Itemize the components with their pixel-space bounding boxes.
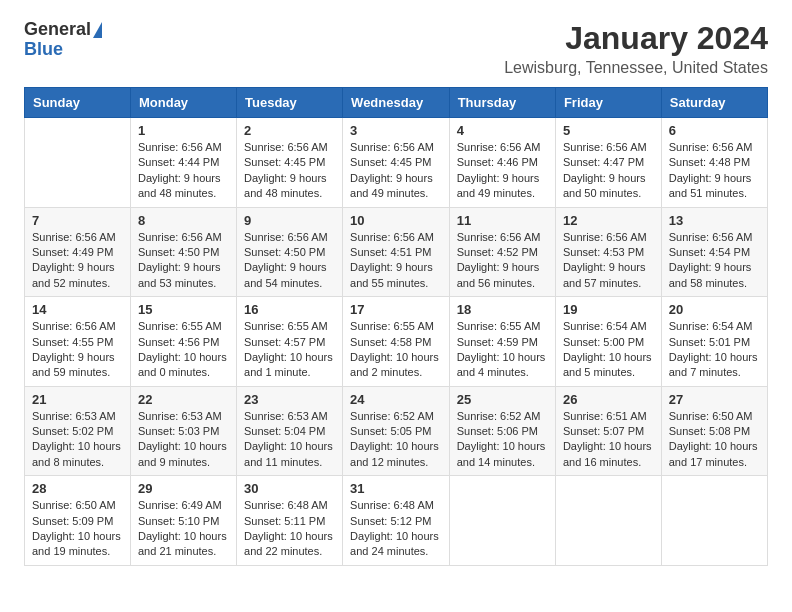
day-number: 3 [350, 123, 442, 138]
day-number: 17 [350, 302, 442, 317]
table-cell: 13Sunrise: 6:56 AMSunset: 4:54 PMDayligh… [661, 207, 767, 297]
day-number: 6 [669, 123, 760, 138]
col-sunday: Sunday [25, 88, 131, 118]
table-cell: 26Sunrise: 6:51 AMSunset: 5:07 PMDayligh… [555, 386, 661, 476]
table-cell: 1Sunrise: 6:56 AMSunset: 4:44 PMDaylight… [130, 118, 236, 208]
logo-general: General [24, 20, 102, 40]
table-cell: 10Sunrise: 6:56 AMSunset: 4:51 PMDayligh… [343, 207, 450, 297]
table-cell: 11Sunrise: 6:56 AMSunset: 4:52 PMDayligh… [449, 207, 555, 297]
day-info: Sunrise: 6:55 AMSunset: 4:58 PMDaylight:… [350, 319, 442, 381]
day-info: Sunrise: 6:52 AMSunset: 5:05 PMDaylight:… [350, 409, 442, 471]
day-info: Sunrise: 6:56 AMSunset: 4:55 PMDaylight:… [32, 319, 123, 381]
day-info: Sunrise: 6:56 AMSunset: 4:53 PMDaylight:… [563, 230, 654, 292]
table-cell: 17Sunrise: 6:55 AMSunset: 4:58 PMDayligh… [343, 297, 450, 387]
day-number: 13 [669, 213, 760, 228]
day-info: Sunrise: 6:53 AMSunset: 5:03 PMDaylight:… [138, 409, 229, 471]
day-info: Sunrise: 6:50 AMSunset: 5:08 PMDaylight:… [669, 409, 760, 471]
day-number: 7 [32, 213, 123, 228]
table-cell: 4Sunrise: 6:56 AMSunset: 4:46 PMDaylight… [449, 118, 555, 208]
day-number: 22 [138, 392, 229, 407]
header-row: Sunday Monday Tuesday Wednesday Thursday… [25, 88, 768, 118]
day-info: Sunrise: 6:56 AMSunset: 4:49 PMDaylight:… [32, 230, 123, 292]
week-row: 14Sunrise: 6:56 AMSunset: 4:55 PMDayligh… [25, 297, 768, 387]
day-info: Sunrise: 6:53 AMSunset: 5:02 PMDaylight:… [32, 409, 123, 471]
table-cell: 27Sunrise: 6:50 AMSunset: 5:08 PMDayligh… [661, 386, 767, 476]
table-cell: 12Sunrise: 6:56 AMSunset: 4:53 PMDayligh… [555, 207, 661, 297]
day-number: 8 [138, 213, 229, 228]
table-cell: 22Sunrise: 6:53 AMSunset: 5:03 PMDayligh… [130, 386, 236, 476]
table-cell: 3Sunrise: 6:56 AMSunset: 4:45 PMDaylight… [343, 118, 450, 208]
col-friday: Friday [555, 88, 661, 118]
day-info: Sunrise: 6:54 AMSunset: 5:01 PMDaylight:… [669, 319, 760, 381]
table-cell: 6Sunrise: 6:56 AMSunset: 4:48 PMDaylight… [661, 118, 767, 208]
table-cell: 23Sunrise: 6:53 AMSunset: 5:04 PMDayligh… [237, 386, 343, 476]
main-title: January 2024 [504, 20, 768, 57]
col-monday: Monday [130, 88, 236, 118]
day-info: Sunrise: 6:54 AMSunset: 5:00 PMDaylight:… [563, 319, 654, 381]
day-number: 29 [138, 481, 229, 496]
day-number: 10 [350, 213, 442, 228]
day-info: Sunrise: 6:52 AMSunset: 5:06 PMDaylight:… [457, 409, 548, 471]
table-cell: 19Sunrise: 6:54 AMSunset: 5:00 PMDayligh… [555, 297, 661, 387]
title-area: January 2024 Lewisburg, Tennessee, Unite… [504, 20, 768, 77]
table-cell: 30Sunrise: 6:48 AMSunset: 5:11 PMDayligh… [237, 476, 343, 566]
day-info: Sunrise: 6:55 AMSunset: 4:57 PMDaylight:… [244, 319, 335, 381]
table-cell [25, 118, 131, 208]
table-cell [555, 476, 661, 566]
table-cell [661, 476, 767, 566]
day-number: 27 [669, 392, 760, 407]
day-number: 12 [563, 213, 654, 228]
day-number: 15 [138, 302, 229, 317]
day-number: 1 [138, 123, 229, 138]
table-cell: 31Sunrise: 6:48 AMSunset: 5:12 PMDayligh… [343, 476, 450, 566]
table-cell: 21Sunrise: 6:53 AMSunset: 5:02 PMDayligh… [25, 386, 131, 476]
day-number: 24 [350, 392, 442, 407]
day-number: 11 [457, 213, 548, 228]
table-cell: 7Sunrise: 6:56 AMSunset: 4:49 PMDaylight… [25, 207, 131, 297]
day-number: 19 [563, 302, 654, 317]
col-saturday: Saturday [661, 88, 767, 118]
week-row: 1Sunrise: 6:56 AMSunset: 4:44 PMDaylight… [25, 118, 768, 208]
day-number: 20 [669, 302, 760, 317]
day-info: Sunrise: 6:49 AMSunset: 5:10 PMDaylight:… [138, 498, 229, 560]
day-number: 2 [244, 123, 335, 138]
day-info: Sunrise: 6:55 AMSunset: 4:56 PMDaylight:… [138, 319, 229, 381]
day-info: Sunrise: 6:56 AMSunset: 4:44 PMDaylight:… [138, 140, 229, 202]
logo-blue: Blue [24, 40, 63, 60]
table-cell: 20Sunrise: 6:54 AMSunset: 5:01 PMDayligh… [661, 297, 767, 387]
table-cell [449, 476, 555, 566]
table-cell: 25Sunrise: 6:52 AMSunset: 5:06 PMDayligh… [449, 386, 555, 476]
day-info: Sunrise: 6:56 AMSunset: 4:50 PMDaylight:… [244, 230, 335, 292]
day-number: 21 [32, 392, 123, 407]
day-info: Sunrise: 6:51 AMSunset: 5:07 PMDaylight:… [563, 409, 654, 471]
day-number: 28 [32, 481, 123, 496]
day-number: 14 [32, 302, 123, 317]
table-cell: 5Sunrise: 6:56 AMSunset: 4:47 PMDaylight… [555, 118, 661, 208]
day-info: Sunrise: 6:56 AMSunset: 4:45 PMDaylight:… [350, 140, 442, 202]
subtitle: Lewisburg, Tennessee, United States [504, 59, 768, 77]
table-cell: 2Sunrise: 6:56 AMSunset: 4:45 PMDaylight… [237, 118, 343, 208]
day-info: Sunrise: 6:56 AMSunset: 4:47 PMDaylight:… [563, 140, 654, 202]
table-cell: 24Sunrise: 6:52 AMSunset: 5:05 PMDayligh… [343, 386, 450, 476]
logo: General Blue [24, 20, 102, 60]
table-cell: 8Sunrise: 6:56 AMSunset: 4:50 PMDaylight… [130, 207, 236, 297]
day-info: Sunrise: 6:48 AMSunset: 5:12 PMDaylight:… [350, 498, 442, 560]
day-info: Sunrise: 6:56 AMSunset: 4:54 PMDaylight:… [669, 230, 760, 292]
week-row: 21Sunrise: 6:53 AMSunset: 5:02 PMDayligh… [25, 386, 768, 476]
table-cell: 14Sunrise: 6:56 AMSunset: 4:55 PMDayligh… [25, 297, 131, 387]
col-tuesday: Tuesday [237, 88, 343, 118]
day-info: Sunrise: 6:56 AMSunset: 4:45 PMDaylight:… [244, 140, 335, 202]
day-info: Sunrise: 6:56 AMSunset: 4:46 PMDaylight:… [457, 140, 548, 202]
day-number: 16 [244, 302, 335, 317]
week-row: 28Sunrise: 6:50 AMSunset: 5:09 PMDayligh… [25, 476, 768, 566]
col-wednesday: Wednesday [343, 88, 450, 118]
calendar-table: Sunday Monday Tuesday Wednesday Thursday… [24, 87, 768, 566]
day-info: Sunrise: 6:50 AMSunset: 5:09 PMDaylight:… [32, 498, 123, 560]
header: General Blue January 2024 Lewisburg, Ten… [24, 20, 768, 77]
day-info: Sunrise: 6:56 AMSunset: 4:52 PMDaylight:… [457, 230, 548, 292]
table-cell: 16Sunrise: 6:55 AMSunset: 4:57 PMDayligh… [237, 297, 343, 387]
week-row: 7Sunrise: 6:56 AMSunset: 4:49 PMDaylight… [25, 207, 768, 297]
day-info: Sunrise: 6:56 AMSunset: 4:48 PMDaylight:… [669, 140, 760, 202]
day-number: 9 [244, 213, 335, 228]
table-cell: 18Sunrise: 6:55 AMSunset: 4:59 PMDayligh… [449, 297, 555, 387]
